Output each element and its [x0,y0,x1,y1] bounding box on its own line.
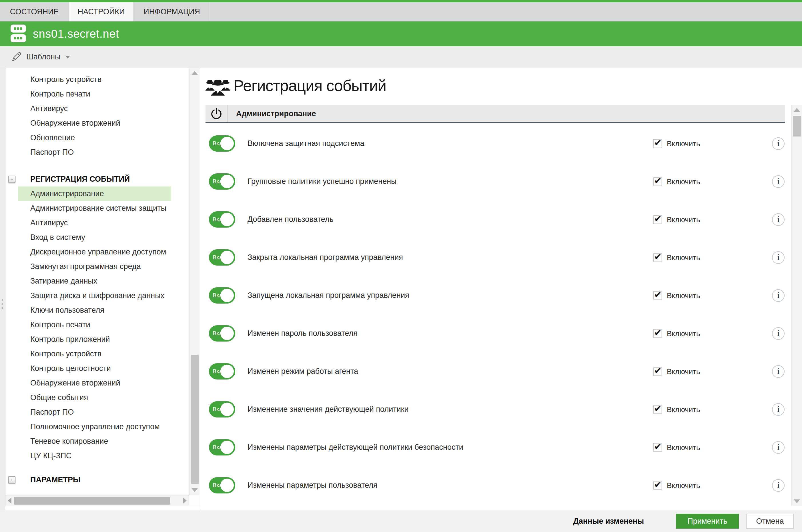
sidebar-item[interactable]: Контроль устройств [18,347,171,361]
sidebar-item[interactable]: Контроль печати [18,318,171,332]
enable-checkbox[interactable]: ✔ [653,177,662,186]
sidebar-item[interactable]: Вход в систему [18,230,171,245]
sidebar-item[interactable]: Теневое копирование [18,434,171,449]
info-icon[interactable]: i [772,365,785,378]
status-text: Данные изменены [573,517,644,526]
event-registration-panel: Регистрация событий Администрирование Вк… [200,68,802,510]
collapse-icon[interactable]: − [8,176,15,183]
scroll-up-icon[interactable] [192,71,198,75]
checkmark-icon: ✔ [654,251,662,262]
sidebar-item[interactable]: Антивирус [18,215,171,230]
info-icon[interactable]: i [772,289,785,302]
sidebar-item[interactable]: Паспорт ПО [18,145,171,159]
sidebar-horizontal-scrollbar[interactable] [5,495,189,506]
sidebar-item[interactable]: Администрирование системы защиты [18,201,171,215]
enabled-toggle[interactable]: Вкл [209,325,235,342]
scrollbar-corner [189,495,200,506]
enabled-toggle[interactable]: Вкл [209,135,235,152]
info-icon[interactable]: i [772,213,785,226]
checkmark-icon: ✔ [654,213,662,224]
sidebar-item[interactable]: Контроль целостности [18,361,171,376]
sidebar-item[interactable]: Замкнутая программная среда [18,259,171,274]
info-icon[interactable]: i [772,251,785,264]
sidebar-item[interactable]: Защита диска и шифрование данных [18,288,171,303]
sidebar-item[interactable]: Паспорт ПО [18,405,171,419]
sidebar-group-header[interactable]: −РЕГИСТРАЦИЯ СОБЫТИЙ [5,172,189,187]
enabled-toggle[interactable]: Вкл [209,211,235,228]
tab-settings[interactable]: НАСТРОЙКИ [69,2,134,21]
sidebar-item[interactable]: Ключи пользователя [18,303,171,318]
enable-checkbox[interactable]: ✔ [653,253,662,262]
sidebar-item[interactable]: Контроль приложений [18,332,171,347]
server-icon [10,24,26,44]
enabled-toggle[interactable]: Вкл [209,477,235,493]
expand-icon[interactable]: + [8,476,15,483]
sidebar-vertical-scrollbar[interactable] [189,68,200,495]
checkmark-icon: ✔ [654,137,662,148]
enable-checkbox-label: Включить [667,367,700,376]
sidebar-item[interactable]: Контроль устройств [18,72,171,87]
sidebar-group-header[interactable]: +ПАРАМЕТРЫ [5,473,189,487]
sidebar-item[interactable]: Полномочное управление доступом [18,419,171,434]
info-icon[interactable]: i [772,175,785,188]
sidebar-item[interactable]: Обновление [18,131,171,145]
enabled-toggle[interactable]: Вкл [209,249,235,266]
enable-checkbox[interactable]: ✔ [653,329,662,338]
enabled-toggle[interactable]: Вкл [209,173,235,190]
event-row: ВклИзменен пароль пользователя✔Включитьi [200,315,785,353]
apply-button[interactable]: Применить [676,514,739,529]
enabled-toggle[interactable]: Вкл [209,439,235,455]
toggle-knob [220,175,234,188]
sidebar-item[interactable]: Затирание данных [18,274,171,288]
enable-checkbox[interactable]: ✔ [653,139,662,148]
sidebar-item[interactable]: Обнаружение вторжений [18,376,171,391]
sidebar-item[interactable]: Антивирус [18,101,171,116]
splitter-grip-icon [2,299,3,311]
page-title-text: Регистрация событий [234,77,386,95]
enable-checkbox[interactable]: ✔ [653,405,662,414]
toggle-knob [220,365,234,378]
templates-label: Шаблоны [26,53,60,61]
info-icon[interactable]: i [772,479,785,492]
scroll-left-icon[interactable] [8,497,12,504]
enable-checkbox[interactable]: ✔ [653,367,662,376]
checkmark-icon: ✔ [654,403,662,414]
templates-button[interactable]: Шаблоны [11,51,70,63]
scroll-down-icon[interactable] [192,488,198,492]
tab-status[interactable]: СОСТОЯНИЕ [0,2,69,21]
sidebar-item[interactable]: Контроль печати [18,87,171,101]
enable-checkbox[interactable]: ✔ [653,215,662,224]
info-icon[interactable]: i [772,327,785,340]
event-list: ВклВключена защитная подсистема✔Включить… [200,125,785,504]
enabled-toggle[interactable]: Вкл [209,401,235,417]
info-icon[interactable]: i [772,137,785,150]
sidebar-item[interactable]: Общие события [18,391,171,405]
panel-splitter[interactable] [0,68,5,510]
enable-checkbox[interactable]: ✔ [653,291,662,300]
power-icon[interactable] [205,105,227,122]
scrollbar-thumb[interactable] [191,355,199,484]
enable-checkbox[interactable]: ✔ [653,443,662,452]
sidebar-item[interactable]: Дискреционное управление доступом [18,245,171,259]
toggle-knob [220,441,234,454]
enable-checkbox[interactable]: ✔ [653,481,662,490]
info-icon[interactable]: i [772,441,785,454]
sidebar-item[interactable]: ЦУ КЦ-ЗПС [18,449,171,463]
scroll-right-icon[interactable] [183,497,187,504]
main-vertical-scrollbar[interactable] [791,105,802,506]
event-label: Изменение значения действующей политики [248,405,409,414]
info-icon[interactable]: i [772,403,785,416]
scroll-up-icon[interactable] [794,108,800,112]
enabled-toggle[interactable]: Вкл [209,363,235,380]
enabled-toggle[interactable]: Вкл [209,287,235,304]
sidebar-item[interactable]: Администрирование [18,187,171,201]
enable-checkbox-label: Включить [667,291,700,300]
cancel-button[interactable]: Отмена [746,514,794,529]
app-window: СОСТОЯНИЕНАСТРОЙКИИНФОРМАЦИЯ sns01.secre… [0,0,802,532]
sidebar-item[interactable]: Обнаружение вторжений [18,116,171,131]
scrollbar-thumb[interactable] [14,497,170,505]
tab-info[interactable]: ИНФОРМАЦИЯ [134,2,210,21]
scroll-down-icon[interactable] [794,499,800,503]
scrollbar-thumb[interactable] [793,116,801,136]
section-title: Администрирование [227,109,316,118]
